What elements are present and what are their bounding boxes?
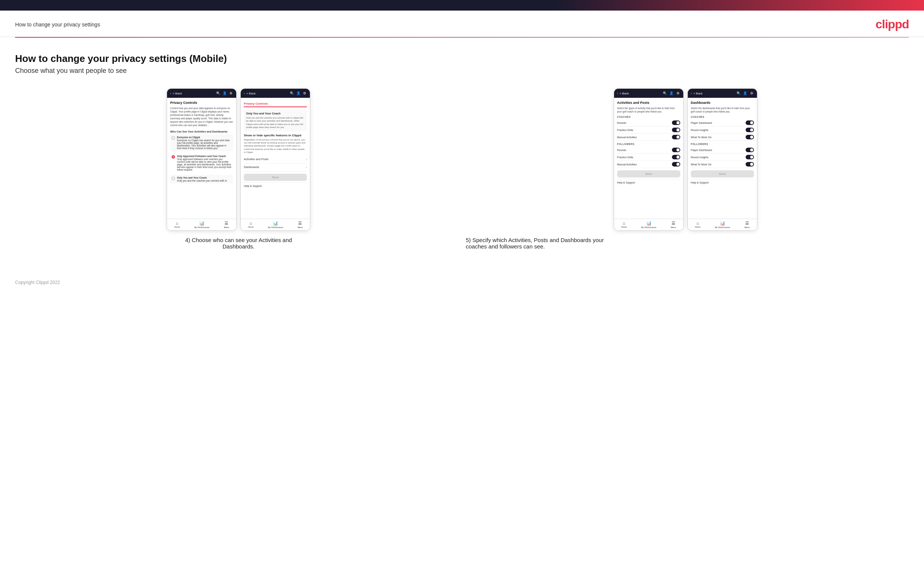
screenshots-row: ‹ < Back 🔍 👤 ⚙ Privacy Controls Control … — [15, 89, 909, 250]
phone4-coaches-label: COACHES — [691, 116, 754, 118]
main-content: How to change your privacy settings (Mob… — [0, 38, 924, 272]
profile-icon[interactable]: 👤 — [222, 91, 227, 95]
phone4-followers-label: FOLLOWERS — [691, 143, 754, 145]
search-icon3[interactable]: 🔍 — [663, 91, 667, 95]
phone4-workOn-toggle[interactable] — [746, 135, 754, 139]
phone4-f-workOn-label: What To Work On — [691, 163, 712, 166]
radio-option-everyone[interactable]: Everyone on Clippd Everyone on Clippd ca… — [170, 134, 233, 151]
profile-icon4[interactable]: 👤 — [743, 91, 748, 95]
nav-performance2[interactable]: 📊 My Performance — [268, 221, 283, 229]
radio-option-followers[interactable]: Only Approved Followers and Your Coach O… — [170, 153, 233, 172]
radio-coach-desc: Only you and the coaches you connect wit… — [177, 179, 227, 182]
settings-icon[interactable]: ⚙ — [229, 91, 233, 95]
phone3-f-manual-toggle[interactable] — [672, 162, 680, 166]
home-label: Home — [174, 226, 180, 228]
phone3-drills-label: Practice Drills — [617, 129, 633, 131]
phone3-save[interactable]: Save — [617, 170, 680, 177]
profile-icon3[interactable]: 👤 — [669, 91, 674, 95]
search-icon2[interactable]: 🔍 — [289, 91, 294, 95]
phone3-footer: ⌂ Home 📊 My Performance ☰ Menu — [614, 219, 683, 230]
menu-item-dashboards[interactable]: Dashboards › — [244, 163, 307, 171]
phone4-help: Help & Support — [691, 179, 754, 186]
home-label4: Home — [695, 226, 701, 228]
nav-menu[interactable]: ☰ Menu — [224, 221, 229, 229]
phone4-save[interactable]: Save — [691, 170, 754, 177]
phone4-f-player-toggle[interactable] — [746, 148, 754, 152]
home-icon: ⌂ — [176, 221, 178, 226]
search-icon[interactable]: 🔍 — [216, 91, 220, 95]
header: How to change your privacy settings clip… — [0, 11, 924, 37]
phones-pair-1: ‹ < Back 🔍 👤 ⚙ Privacy Controls Control … — [166, 89, 310, 231]
phone4-f-insights-toggle[interactable] — [746, 155, 754, 160]
settings-icon2[interactable]: ⚙ — [302, 91, 307, 95]
phone4-workOn-followers: What To Work On — [691, 161, 754, 168]
phone4-player-toggle[interactable] — [746, 121, 754, 125]
phone4-section-title: Dashboards — [691, 101, 754, 105]
phone4-header: ‹ < Back 🔍 👤 ⚙ — [688, 89, 757, 98]
radio-followers — [171, 155, 175, 159]
phone-mockup-3: ‹ < Back 🔍 👤 ⚙ Activities and Posts Sele… — [614, 89, 684, 231]
search-icon4[interactable]: 🔍 — [737, 91, 741, 95]
back-chevron: ‹ — [170, 92, 171, 95]
back-chevron2: ‹ — [244, 92, 245, 95]
radio-followers-title: Only Approved Followers and Your Coach — [177, 155, 232, 158]
phone4-player-label: Player Dashboard — [691, 122, 712, 124]
phone3-header: ‹ < Back 🔍 👤 ⚙ — [614, 89, 683, 98]
radio-everyone-text: Everyone on Clippd Everyone on Clippd ca… — [177, 136, 232, 150]
phone1-header-icons: 🔍 👤 ⚙ — [216, 91, 233, 95]
nav-home4[interactable]: ⌂ Home — [695, 221, 701, 229]
phone1-body: Privacy Controls Control how you and you… — [167, 98, 236, 219]
phone2-back-label: < Back — [246, 92, 256, 95]
phone1-description: Control how you and your data appears to… — [170, 106, 233, 127]
phone4-f-workOn-toggle[interactable] — [746, 162, 754, 166]
nav-menu4[interactable]: ☰ Menu — [745, 221, 750, 229]
nav-menu3[interactable]: ☰ Menu — [671, 221, 676, 229]
performance-icon2: 📊 — [273, 221, 278, 226]
radio-option-coach[interactable]: Only You and Your Coach Only you and the… — [170, 175, 233, 184]
nav-menu2[interactable]: ☰ Menu — [297, 221, 303, 229]
page-title: How to change your privacy settings (Mob… — [15, 53, 909, 64]
phone3-body: Activities and Posts Select the types of… — [614, 98, 683, 219]
nav-performance4[interactable]: 📊 My Performance — [715, 221, 730, 229]
menu-item-activities[interactable]: Activities and Posts › — [244, 156, 307, 163]
phone1-back[interactable]: ‹ < Back — [170, 92, 182, 95]
profile-icon2[interactable]: 👤 — [296, 91, 300, 95]
phone-mockup-4: ‹ < Back 🔍 👤 ⚙ Dashboards Select the das… — [687, 89, 758, 231]
performance-label3: My Performance — [641, 226, 656, 229]
phone3-manual-toggle[interactable] — [672, 135, 680, 139]
radio-followers-text: Only Approved Followers and Your Coach O… — [177, 155, 232, 171]
phone2-tab[interactable]: Privacy Controls — [244, 101, 268, 106]
settings-icon4[interactable]: ⚙ — [750, 91, 754, 95]
home-label2: Home — [248, 226, 254, 228]
phone4-insights-toggle[interactable] — [746, 127, 754, 132]
phone4-back[interactable]: ‹ < Back — [691, 92, 703, 95]
phone3-coaches-label: COACHES — [617, 116, 680, 118]
phone2-body: Privacy Controls Only You and Your Coach… — [241, 98, 310, 219]
nav-home3[interactable]: ⌂ Home — [621, 221, 627, 229]
phone3-rounds-toggle[interactable] — [672, 121, 680, 125]
phone3-f-rounds-toggle[interactable] — [672, 148, 680, 152]
nav-performance[interactable]: 📊 My Performance — [194, 221, 209, 229]
phone2-header-icons: 🔍 👤 ⚙ — [289, 91, 307, 95]
home-icon2: ⌂ — [249, 221, 252, 226]
phone2-save[interactable]: Save — [244, 174, 307, 181]
settings-icon3[interactable]: ⚙ — [676, 91, 680, 95]
left-group: ‹ < Back 🔍 👤 ⚙ Privacy Controls Control … — [15, 89, 462, 250]
phone3-f-drills-toggle[interactable] — [672, 155, 680, 160]
nav-home[interactable]: ⌂ Home — [174, 221, 180, 229]
phone3-back[interactable]: ‹ < Back — [617, 92, 629, 95]
performance-icon: 📊 — [199, 221, 204, 226]
phone3-drills-toggle[interactable] — [672, 127, 680, 132]
phone2-infobox: Only You and Your Coach Only you and the… — [244, 110, 307, 131]
phone1-header: ‹ < Back 🔍 👤 ⚙ — [167, 89, 236, 98]
phone4-back-label: < Back — [693, 92, 703, 95]
nav-home2[interactable]: ⌂ Home — [248, 221, 254, 229]
breadcrumb: How to change your privacy settings — [15, 21, 100, 27]
menu-label3: Menu — [671, 226, 676, 229]
nav-performance3[interactable]: 📊 My Performance — [641, 221, 656, 229]
phone3-f-manual-label: Manual Activities — [617, 163, 637, 166]
phone3-back-label: < Back — [619, 92, 629, 95]
menu-label: Menu — [224, 226, 229, 229]
phone2-back[interactable]: ‹ < Back — [244, 92, 255, 95]
infobox-text: Only you and the coaches you connect wit… — [246, 116, 305, 129]
